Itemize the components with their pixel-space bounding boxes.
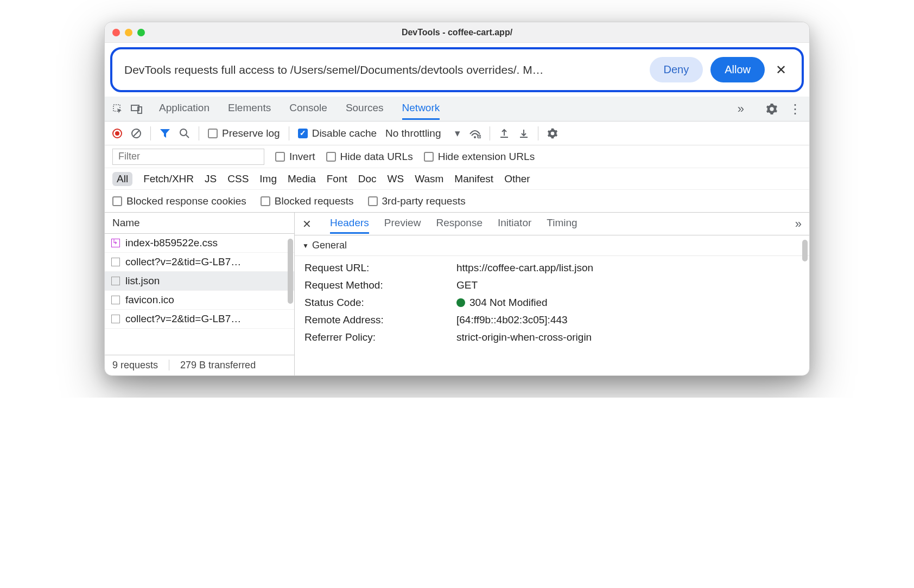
filter-input[interactable] xyxy=(112,149,264,165)
request-row[interactable]: list.json xyxy=(105,272,294,291)
tab-console[interactable]: Console xyxy=(289,98,327,120)
request-name: collect?v=2&tid=G-LB7… xyxy=(125,256,241,268)
record-button[interactable] xyxy=(112,129,122,138)
disable-cache-label: Disable cache xyxy=(312,127,377,139)
header-row: Referrer Policy:strict-origin-when-cross… xyxy=(295,329,809,346)
permission-prompt: DevTools requests full access to /Users/… xyxy=(110,47,804,92)
disable-cache-checkbox[interactable]: Disable cache xyxy=(298,127,377,139)
more-detail-tabs-icon[interactable]: » xyxy=(795,217,802,231)
blocked-cookies-checkbox[interactable]: Blocked response cookies xyxy=(112,195,246,207)
type-filter-css[interactable]: CSS xyxy=(227,173,249,185)
search-icon[interactable] xyxy=(179,128,190,139)
inspect-icon[interactable] xyxy=(112,104,123,114)
permission-prompt-text: DevTools requests full access to /Users/… xyxy=(124,63,642,76)
header-value: GET xyxy=(456,279,799,291)
header-key: Remote Address: xyxy=(304,314,456,326)
detail-tab-response[interactable]: Response xyxy=(436,214,483,234)
request-list: index-b859522e.csscollect?v=2&tid=G-LB7…… xyxy=(105,234,294,355)
svg-line-4 xyxy=(134,131,139,136)
header-key: Request URL: xyxy=(304,262,456,274)
deny-button[interactable]: Deny xyxy=(650,57,703,82)
type-filter-font[interactable]: Font xyxy=(327,173,347,185)
header-value: https://coffee-cart.app/list.json xyxy=(456,262,799,274)
scrollbar-thumb[interactable] xyxy=(288,239,293,304)
more-tabs-icon[interactable]: » xyxy=(738,102,744,116)
file-icon xyxy=(111,296,120,304)
maximize-window-button[interactable] xyxy=(137,29,145,36)
file-icon xyxy=(111,277,120,285)
type-filter-img[interactable]: Img xyxy=(259,173,277,185)
general-kv-list: Request URL:https://coffee-cart.app/list… xyxy=(295,256,809,349)
preserve-log-checkbox[interactable]: Preserve log xyxy=(208,127,280,139)
hide-data-urls-checkbox[interactable]: Hide data URLs xyxy=(326,151,413,163)
clear-icon[interactable] xyxy=(131,128,142,139)
network-settings-gear-icon[interactable] xyxy=(547,128,558,139)
network-split-pane: Name index-b859522e.csscollect?v=2&tid=G… xyxy=(105,213,809,375)
header-value: strict-origin-when-cross-origin xyxy=(456,331,799,343)
upload-har-icon[interactable] xyxy=(499,128,510,139)
header-key: Status Code: xyxy=(304,297,456,309)
minimize-window-button[interactable] xyxy=(125,29,132,36)
type-filter-ws[interactable]: WS xyxy=(388,173,404,185)
request-row[interactable]: index-b859522e.css xyxy=(105,234,294,253)
tab-application[interactable]: Application xyxy=(159,98,210,120)
file-icon xyxy=(111,315,120,323)
general-section-title: General xyxy=(312,240,347,251)
request-row[interactable]: favicon.ico xyxy=(105,291,294,310)
filter-row: Invert Hide data URLs Hide extension URL… xyxy=(105,145,809,168)
allow-button[interactable]: Allow xyxy=(710,57,765,82)
titlebar: DevTools - coffee-cart.app/ xyxy=(105,22,809,43)
third-party-checkbox[interactable]: 3rd-party requests xyxy=(368,195,466,207)
type-filter-fetch-xhr[interactable]: Fetch/XHR xyxy=(143,173,194,185)
header-key: Referrer Policy: xyxy=(304,331,456,343)
network-conditions-icon[interactable] xyxy=(469,129,481,138)
chevron-down-icon: ▾ xyxy=(455,127,460,139)
tab-sources[interactable]: Sources xyxy=(346,98,384,120)
tab-network[interactable]: Network xyxy=(402,98,440,120)
request-name: favicon.ico xyxy=(125,294,174,306)
request-list-footer: 9 requests 279 B transferred xyxy=(105,355,294,375)
close-window-button[interactable] xyxy=(112,29,120,36)
type-filter-doc[interactable]: Doc xyxy=(358,173,377,185)
permission-prompt-container: DevTools requests full access to /Users/… xyxy=(105,43,809,97)
header-row: Remote Address:[64:ff9b::4b02:3c05]:443 xyxy=(295,311,809,329)
download-har-icon[interactable] xyxy=(518,128,529,139)
header-row: Request Method:GET xyxy=(295,277,809,294)
scrollbar-thumb[interactable] xyxy=(802,240,808,261)
blocked-requests-checkbox[interactable]: Blocked requests xyxy=(261,195,354,207)
invert-checkbox[interactable]: Invert xyxy=(275,151,315,163)
status-dot-icon xyxy=(456,298,465,307)
device-toggle-icon[interactable] xyxy=(131,104,143,114)
settings-gear-icon[interactable] xyxy=(766,103,778,115)
request-row[interactable]: collect?v=2&tid=G-LB7… xyxy=(105,310,294,329)
kebab-menu-icon[interactable]: ⋮ xyxy=(789,101,802,117)
svg-rect-2 xyxy=(138,107,142,113)
hide-extension-urls-checkbox[interactable]: Hide extension URLs xyxy=(424,151,535,163)
type-filter-manifest[interactable]: Manifest xyxy=(454,173,493,185)
close-icon[interactable]: ✕ xyxy=(772,62,790,78)
request-row[interactable]: collect?v=2&tid=G-LB7… xyxy=(105,253,294,272)
type-filter-wasm[interactable]: Wasm xyxy=(415,173,443,185)
preserve-log-label: Preserve log xyxy=(222,127,280,139)
request-name: index-b859522e.css xyxy=(125,237,218,249)
throttling-select[interactable]: No throttling ▾ xyxy=(385,127,460,139)
detail-tab-preview[interactable]: Preview xyxy=(384,214,421,234)
detail-tabs: ✕ HeadersPreviewResponseInitiatorTiming … xyxy=(295,213,809,235)
tab-elements[interactable]: Elements xyxy=(228,98,271,120)
detail-tab-timing[interactable]: Timing xyxy=(547,214,577,234)
detail-tab-initiator[interactable]: Initiator xyxy=(498,214,531,234)
general-section-header[interactable]: ▼ General xyxy=(295,235,809,256)
type-filter-js[interactable]: JS xyxy=(205,173,217,185)
type-filter-other[interactable]: Other xyxy=(504,173,530,185)
requests-count: 9 requests xyxy=(112,360,158,371)
request-name: list.json xyxy=(125,275,160,287)
filter-icon[interactable] xyxy=(160,129,170,138)
type-filter-all[interactable]: All xyxy=(112,172,132,186)
close-detail-icon[interactable]: ✕ xyxy=(302,218,312,231)
blocked-filters-row: Blocked response cookies Blocked request… xyxy=(105,190,809,213)
detail-tab-headers[interactable]: Headers xyxy=(330,214,369,234)
main-tabs-row: ApplicationElementsConsoleSourcesNetwork… xyxy=(105,97,809,122)
svg-line-6 xyxy=(186,135,189,138)
type-filter-media[interactable]: Media xyxy=(288,173,316,185)
transferred-size: 279 B transferred xyxy=(180,360,256,371)
